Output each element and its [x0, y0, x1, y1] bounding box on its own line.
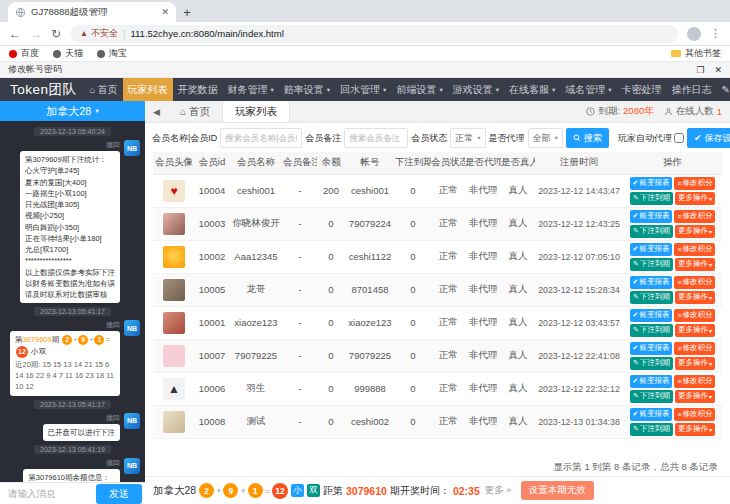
app-navbar: Token团队 ⌂首页玩家列表开奖数据财务管理▾赔率设置▾回水管理▾前端设置▾游…: [0, 78, 730, 101]
chevron-down-icon: ▾: [709, 195, 712, 202]
chat-bubble: 第3079610期余额信息：[只显示上局有下注的用户]-------------…: [23, 469, 120, 482]
register-time: 2023-12-12 12:43:25: [535, 207, 623, 240]
member-status: 正常: [431, 339, 465, 372]
member-name-input[interactable]: [220, 128, 302, 148]
browser-tab-strip: GJ78888超级管理 ✕ +: [0, 0, 730, 22]
reload-icon[interactable]: ↻: [51, 27, 61, 41]
bet-expiry-button[interactable]: ✎下注到期: [630, 192, 673, 205]
nav-item-4[interactable]: 财务管理▾: [223, 78, 279, 101]
close-icon[interactable]: ✕: [161, 7, 169, 17]
nav-item-5[interactable]: 赔率设置▾: [279, 78, 335, 101]
member-balance: 0: [317, 240, 345, 273]
recall-link[interactable]: 撤回: [106, 413, 120, 423]
account-password-button[interactable]: ✎帐号密码: [716, 78, 730, 101]
bet-expiry-days: 0: [395, 339, 431, 372]
is-agent-select[interactable]: 全部 ▾: [528, 128, 563, 148]
search-button[interactable]: 搜索: [566, 128, 609, 148]
profile-avatar[interactable]: [687, 27, 701, 41]
brand-logo[interactable]: Token团队: [10, 81, 77, 99]
bet-expiry-button[interactable]: ✎下注到期: [630, 225, 673, 238]
member-status-select[interactable]: 正常 ▾: [450, 128, 485, 148]
chevron-down-icon: ▾: [555, 134, 558, 142]
nav-item-3[interactable]: 开奖数据: [173, 78, 223, 101]
modify-score-button[interactable]: ≡修改积分: [674, 375, 715, 388]
modify-score-button[interactable]: ≡修改积分: [674, 243, 715, 256]
nav-item-2[interactable]: 玩家列表: [123, 78, 173, 101]
close-window-icon[interactable]: ✕: [714, 65, 722, 75]
more-actions-button[interactable]: 更多操作▾: [675, 423, 715, 436]
recall-link[interactable]: 撤回: [106, 458, 120, 468]
modify-score-button[interactable]: ≡修改积分: [674, 177, 715, 190]
nav-item-label: 在线客服: [509, 83, 549, 97]
modify-score-button[interactable]: ≡修改积分: [674, 408, 715, 421]
bookmark-item[interactable]: 天猫: [53, 47, 83, 60]
nav-item-1[interactable]: ⌂首页: [85, 78, 123, 101]
browser-tab[interactable]: GJ78888超级管理 ✕: [8, 2, 176, 22]
period-number: 3079610: [346, 485, 387, 497]
bet-expiry-button[interactable]: ✎下注到期: [630, 291, 673, 304]
recall-link[interactable]: 撤回: [106, 140, 120, 150]
bet-expiry-button[interactable]: ✎下注到期: [630, 357, 673, 370]
nav-item-10[interactable]: 域名管理▾: [560, 78, 616, 101]
tab-player-list[interactable]: 玩家列表: [222, 101, 290, 122]
account-report-button[interactable]: ✔账变报表: [630, 408, 673, 421]
chat-input-bar: 发送: [0, 482, 145, 504]
invalidate-period-button[interactable]: 设置本期无效: [521, 481, 594, 500]
more-actions-button[interactable]: 更多操作▾: [675, 192, 715, 205]
forward-icon[interactable]: →: [30, 27, 42, 41]
member-remark-input[interactable]: [344, 128, 408, 148]
browser-menu-icon[interactable]: ⋮: [710, 27, 721, 40]
bet-expiry-button[interactable]: ✎下注到期: [630, 324, 673, 337]
more-actions-button[interactable]: 更多操作▾: [675, 324, 715, 337]
modify-score-button[interactable]: ≡修改积分: [674, 210, 715, 223]
nav-item-7[interactable]: 前端设置▾: [391, 78, 447, 101]
bookmark-item[interactable]: 百度: [9, 47, 39, 60]
nav-item-11[interactable]: 卡密处理: [616, 78, 666, 101]
nav-item-9[interactable]: 在线客服▾: [504, 78, 560, 101]
more-actions-button[interactable]: 更多操作▾: [675, 357, 715, 370]
account-report-button[interactable]: ✔账变报表: [630, 342, 673, 355]
more-actions-button[interactable]: 更多操作▾: [675, 258, 715, 271]
restore-window-icon[interactable]: ❐: [696, 65, 704, 75]
account-report-button[interactable]: ✔账变报表: [630, 276, 673, 289]
auto-agent-checkbox[interactable]: [674, 133, 684, 143]
column-header: 会员名称: [229, 152, 283, 174]
agent-status: 非代理: [465, 372, 501, 405]
chevron-down-icon: ▾: [383, 86, 386, 94]
nav-item-6[interactable]: 回水管理▾: [335, 78, 391, 101]
chat-message-input[interactable]: [3, 488, 92, 499]
column-header: 会员头像: [153, 152, 195, 174]
other-bookmarks[interactable]: 其他书签: [671, 47, 721, 60]
bet-expiry-button[interactable]: ✎下注到期: [630, 423, 673, 436]
modify-score-button[interactable]: ≡修改积分: [674, 309, 715, 322]
account-report-button[interactable]: ✔账变报表: [630, 309, 673, 322]
account-report-button[interactable]: ✔账变报表: [630, 210, 673, 223]
chat-room-selector[interactable]: 加拿大28 ▾: [0, 101, 145, 121]
modify-score-icon: ≡: [677, 345, 681, 352]
not-secure-chip[interactable]: ▲ 不安全: [80, 27, 118, 40]
modify-score-button[interactable]: ≡修改积分: [674, 342, 715, 355]
nav-item-12[interactable]: 操作日志: [666, 78, 716, 101]
tab-home[interactable]: ⌂首页: [168, 101, 222, 122]
bet-expiry-icon: ✎: [633, 227, 639, 235]
account-report-button[interactable]: ✔账变报表: [630, 375, 673, 388]
back-icon[interactable]: ←: [9, 27, 21, 41]
bookmark-item[interactable]: 淘宝: [97, 47, 127, 60]
account-report-button[interactable]: ✔账变报表: [630, 243, 673, 256]
more-link[interactable]: 更多 »: [485, 484, 512, 497]
save-settings-button[interactable]: ✔ 保存设置: [687, 128, 730, 148]
nav-item-8[interactable]: 游戏设置▾: [448, 78, 504, 101]
more-actions-button[interactable]: 更多操作▾: [675, 291, 715, 304]
account-report-button[interactable]: ✔账变报表: [630, 177, 673, 190]
new-tab-button[interactable]: +: [176, 2, 198, 22]
recall-link[interactable]: 撤回: [106, 320, 120, 330]
bet-expiry-button[interactable]: ✎下注到期: [630, 390, 673, 403]
table-row: ♥10004ceshi001-200ceshi0010正常非代理真人2023-1…: [153, 174, 722, 207]
bet-expiry-button[interactable]: ✎下注到期: [630, 258, 673, 271]
send-button[interactable]: 发送: [96, 484, 142, 504]
address-bar[interactable]: ▲ 不安全 | 111.52chye.cn:8080/main/index.ht…: [70, 25, 678, 43]
more-actions-button[interactable]: 更多操作▾: [675, 225, 715, 238]
fold-sidebar-icon[interactable]: ◀: [145, 107, 168, 117]
modify-score-button[interactable]: ≡修改积分: [674, 276, 715, 289]
more-actions-button[interactable]: 更多操作▾: [675, 390, 715, 403]
